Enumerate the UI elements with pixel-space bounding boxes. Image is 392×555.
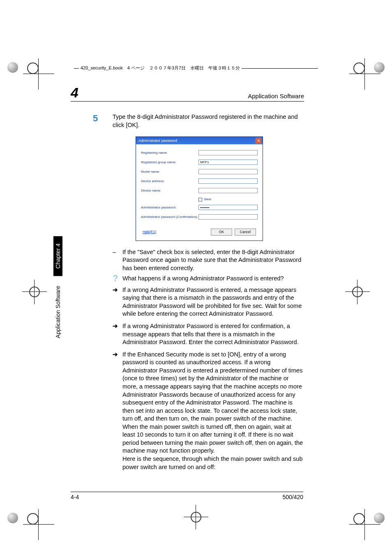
registered-group-input[interactable]: MFP1: [198, 160, 258, 165]
admin-password-dialog: Administrator password ✕ Registering nam…: [136, 136, 263, 240]
close-icon[interactable]: ✕: [256, 138, 261, 143]
device-name-input[interactable]: [198, 188, 258, 193]
step-number: 5: [93, 113, 113, 129]
footer-page: 4-4: [71, 494, 79, 500]
registered-group-label: Registered group name:: [141, 160, 198, 164]
step-text: Type the 8-digit Administrator Password …: [113, 113, 304, 129]
save-checkbox[interactable]: [198, 198, 202, 201]
bullet-text: If a wrong Administrator Password is ent…: [122, 286, 304, 318]
footer-model: 500/420: [282, 494, 303, 500]
cancel-button[interactable]: Cancel: [235, 229, 256, 236]
section-title: Application Software: [248, 92, 304, 99]
arrow-icon: ➔: [113, 286, 122, 318]
crop-mark-icon: [25, 511, 40, 526]
model-name-label: Model name:: [141, 170, 198, 173]
bullet-text: If the Enhanced Security mode is set to …: [122, 351, 304, 471]
save-label: Save: [204, 197, 211, 201]
bullet-text: If a wrong Administrator Password is ent…: [122, 322, 304, 347]
file-header: 420_security_E.book 4 ページ ２００７年3月7日 水曜日 …: [79, 65, 242, 71]
bullet-text: If the "Save" check box is selected, ent…: [122, 248, 304, 273]
dash-icon: –: [113, 248, 122, 273]
side-tab-chapter: Chapter 4: [53, 236, 62, 276]
crop-mark-icon: [352, 511, 367, 526]
bullet-text: What happens if a wrong Administrator Pa…: [122, 275, 284, 284]
admin-pw-label: Administrator password:: [141, 206, 198, 209]
registering-name-input[interactable]: [198, 150, 258, 155]
device-name-label: Device name:: [141, 189, 198, 192]
center-mark-icon: [349, 284, 366, 300]
side-tab-section: Application Software: [53, 278, 62, 346]
crop-mark-icon: [352, 61, 367, 76]
admin-pw-confirm-label: Administrator password (Confirmation):: [141, 215, 198, 219]
question-icon: ?: [113, 275, 122, 284]
arrow-icon: ➔: [113, 351, 122, 471]
ok-button[interactable]: OK: [211, 229, 232, 236]
dialog-title: Administrator password: [138, 139, 177, 143]
model-name-input[interactable]: [198, 169, 258, 174]
arrow-icon: ➔: [113, 322, 122, 347]
chapter-number: 4: [71, 86, 78, 99]
admin-pw-confirm-input[interactable]: [198, 214, 258, 220]
device-address-label: Device address:: [141, 179, 198, 183]
center-mark-icon: [26, 284, 43, 300]
admin-pw-input[interactable]: ••••••••: [198, 205, 258, 210]
center-mark-icon: [188, 509, 204, 525]
help-link[interactable]: Help(F1): [143, 230, 156, 234]
registering-name-label: Registering name:: [141, 151, 198, 155]
device-address-input[interactable]: [198, 178, 258, 184]
crop-mark-icon: [25, 61, 40, 76]
